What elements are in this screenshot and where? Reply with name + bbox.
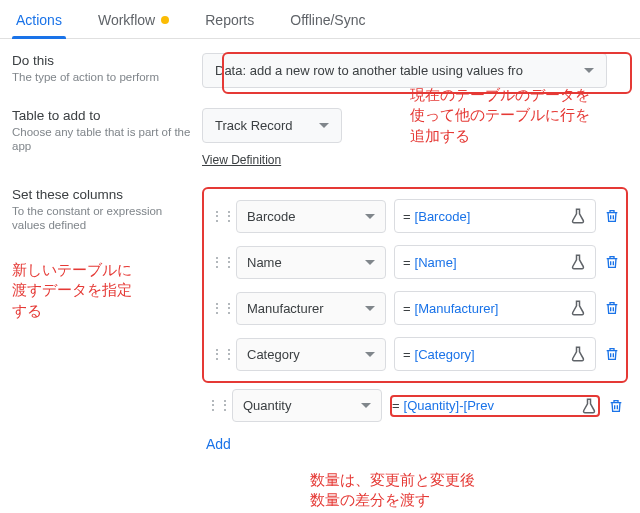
drag-handle-icon[interactable] <box>206 402 224 409</box>
column-mapping-row: Barcode=[Barcode] <box>206 193 624 239</box>
drag-handle-icon[interactable] <box>210 213 228 220</box>
workflow-dot-icon <box>161 16 169 24</box>
do-this-sub: The type of action to perform <box>12 70 192 84</box>
column-name: Category <box>247 347 300 362</box>
column-name: Manufacturer <box>247 301 324 316</box>
column-mapping-row: Category=[Category] <box>206 331 624 377</box>
column-name: Barcode <box>247 209 295 224</box>
table-to-sub: Choose any table that is part of the app <box>12 125 192 154</box>
chevron-down-icon <box>365 214 375 219</box>
do-this-row: Do this The type of action to perform Da… <box>12 53 628 88</box>
trash-icon[interactable] <box>604 208 620 224</box>
column-select[interactable]: Name <box>236 246 386 279</box>
action-type-select[interactable]: Data: add a new row to another table usi… <box>202 53 607 88</box>
tab-actions[interactable]: Actions <box>12 6 66 38</box>
expression-value: [Quantity]-[Prev <box>404 398 494 413</box>
columns-box: Barcode=[Barcode]Name=[Name]Manufacturer… <box>202 187 628 383</box>
column-name: Quantity <box>243 398 291 413</box>
column-mapping-row: Manufacturer=[Manufacturer] <box>206 285 624 331</box>
column-select[interactable]: Quantity <box>232 389 382 422</box>
tab-workflow-label: Workflow <box>98 12 155 28</box>
table-select-value: Track Record <box>215 118 293 133</box>
column-mapping-row: Quantity=[Quantity]-[Prev <box>202 383 628 428</box>
chevron-down-icon <box>365 260 375 265</box>
expression-input[interactable]: =[Name] <box>394 245 596 279</box>
trash-icon[interactable] <box>604 346 620 362</box>
view-definition-link[interactable]: View Definition <box>202 153 281 167</box>
chevron-down-icon <box>365 306 375 311</box>
expression-input[interactable]: =[Barcode] <box>394 199 596 233</box>
annotation-top: 現在のテーブルのデータを 使って他のテーブルに行を 追加する <box>410 85 630 146</box>
action-type-value: Data: add a new row to another table usi… <box>215 63 523 78</box>
expression-input[interactable]: =[Manufacturer] <box>394 291 596 325</box>
expression-input[interactable]: =[Category] <box>394 337 596 371</box>
trash-icon[interactable] <box>604 300 620 316</box>
flask-icon <box>580 397 598 415</box>
column-name: Name <box>247 255 282 270</box>
trash-icon[interactable] <box>608 398 624 414</box>
table-to-title: Table to add to <box>12 108 192 123</box>
drag-handle-icon[interactable] <box>210 259 228 266</box>
tab-offline[interactable]: Offline/Sync <box>286 6 369 38</box>
expression-value: [Barcode] <box>415 209 471 224</box>
expression-value: [Manufacturer] <box>415 301 499 316</box>
column-select[interactable]: Manufacturer <box>236 292 386 325</box>
set-columns-row: Set these columns To the constant or exp… <box>12 187 628 460</box>
expression-input[interactable]: =[Quantity]-[Prev <box>390 395 600 417</box>
set-cols-sub: To the constant or expression values def… <box>12 204 192 233</box>
flask-icon <box>569 207 587 225</box>
equals-sign: = <box>403 347 411 362</box>
drag-handle-icon[interactable] <box>210 351 228 358</box>
add-button[interactable]: Add <box>202 428 235 460</box>
annotation-left: 新しいテーブルに 渡すデータを指定 する <box>12 260 182 321</box>
table-select[interactable]: Track Record <box>202 108 342 143</box>
flask-icon <box>569 253 587 271</box>
flask-icon <box>569 299 587 317</box>
expression-value: [Category] <box>415 347 475 362</box>
expression-value: [Name] <box>415 255 457 270</box>
equals-sign: = <box>403 301 411 316</box>
annotation-bottom: 数量は、変更前と変更後 数量の差分を渡す <box>310 470 630 511</box>
trash-icon[interactable] <box>604 254 620 270</box>
drag-handle-icon[interactable] <box>210 305 228 312</box>
equals-sign: = <box>403 255 411 270</box>
set-cols-title: Set these columns <box>12 187 192 202</box>
chevron-down-icon <box>361 403 371 408</box>
chevron-down-icon <box>584 68 594 73</box>
column-select[interactable]: Barcode <box>236 200 386 233</box>
chevron-down-icon <box>319 123 329 128</box>
flask-icon <box>569 345 587 363</box>
equals-sign: = <box>392 398 400 413</box>
tabs-bar: Actions Workflow Reports Offline/Sync <box>0 0 640 39</box>
equals-sign: = <box>403 209 411 224</box>
column-mapping-row: Name=[Name] <box>206 239 624 285</box>
column-select[interactable]: Category <box>236 338 386 371</box>
chevron-down-icon <box>365 352 375 357</box>
tab-workflow[interactable]: Workflow <box>94 6 173 38</box>
tab-reports[interactable]: Reports <box>201 6 258 38</box>
do-this-title: Do this <box>12 53 192 68</box>
